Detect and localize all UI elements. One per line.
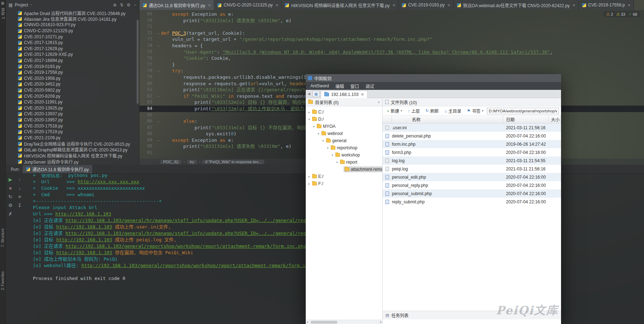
home-directory-button[interactable]: ⌂主目录 [442,107,463,115]
console-link[interactable]: http://192.168.1.103 [56,237,112,242]
task-list-bar[interactable]: ▤ 任务列表 [383,311,561,319]
close-icon[interactable]: × [276,3,279,8]
file-row[interactable]: personal_edit.php2020-07-04 22:16:00 [383,173,561,181]
locate-icon[interactable]: ⊕ [113,3,117,8]
file-row[interactable]: .user.ini2021-03-11 21:56:16 [383,124,561,132]
fold-icon[interactable] [156,74,161,81]
directory-node-label[interactable]: attachment-remark [344,166,382,172]
grid-icon[interactable]: ▦ [0,1,5,5]
line-number[interactable]: 73 [139,36,156,43]
project-file[interactable]: CVE-2017-16894.py [18,58,139,64]
fold-icon[interactable]: ⌄ [156,93,161,100]
close-icon[interactable]: × [628,3,631,8]
line-number[interactable]: 82 [139,93,156,100]
fold-icon[interactable]: ⌄ [156,68,161,74]
down-stack-trace-button[interactable]: ↓ [19,185,21,191]
scroll-left-icon[interactable]: ◂ [306,320,308,324]
directory-node[interactable]: ▸F:/ [306,180,382,187]
project-file[interactable]: GitLab Graphql邮箱信息泄露漏洞 CVE-2020-26413.py [18,147,139,153]
tab-scroll-left-icon[interactable]: ◀ [306,92,311,96]
directory-node[interactable]: ▸E:/ [306,173,382,180]
directory-node[interactable]: ▾reportshop [306,144,382,151]
project-file[interactable]: CVE-2020-13925.py [18,105,139,111]
line-number[interactable]: 89 [139,137,156,144]
fold-icon[interactable] [156,112,161,119]
project-file[interactable]: CVE-2020-17518.py [18,123,139,129]
column-header-size[interactable]: 大小 [549,116,561,123]
project-file[interactable]: HIKVISION 视频编码设备接入网关 任意文件下载.py [18,153,139,159]
directory-node[interactable]: ▾MYOA [306,123,382,130]
column-header-date[interactable]: 日期 [503,116,549,123]
fold-icon[interactable] [156,36,161,43]
line-number[interactable]: 71 [139,24,156,30]
project-panel-title[interactable]: Project [15,3,28,8]
file-row[interactable]: reply_submit.php2020-07-04 22:16:00 [383,198,561,206]
project-file[interactable]: Apache Druid 远程代码执行漏洞 CVE-2021-25646.py [18,10,139,16]
line-number[interactable]: 88 [139,131,156,137]
tool-window-label-favorites[interactable]: 2: Favorites [1,271,5,290]
up-stack-trace-button[interactable]: ↑ [19,177,21,182]
project-file[interactable]: Atlassian Jira 信息泄露漏洞 CVE-2020-14181.py [18,16,139,22]
line-number[interactable]: 69 [139,11,156,18]
directory-node-label[interactable]: C:/ [311,109,325,115]
scroll-to-end-button[interactable]: ↧ [18,203,22,208]
editor-tab[interactable]: 致远OA webmail.do任意文件下载 CNVD-2020-62422.py… [454,0,579,10]
antsword-title-bar[interactable]: 中国蚁剑 [306,74,561,82]
file-row[interactable]: personal_submit.php2020-07-04 22:16:00 [383,189,561,198]
fold-icon[interactable] [156,131,161,137]
editor-tab[interactable]: CVE-2019-17558.p× [579,0,634,10]
project-file[interactable]: CVE-2020-8209.py [18,93,139,99]
fold-icon[interactable] [156,24,161,30]
run-tab[interactable]: 通达OA 11.8 蚁剑命令执行.py [23,165,92,173]
warning-count[interactable]: ⚠33 [616,12,625,16]
file-row[interactable]: log.log2021-03-11 21:54:55 [383,156,561,165]
console-link[interactable]: http://192.168.1.103 [56,224,112,229]
project-file[interactable]: CVE-2020-11991.py [18,99,139,105]
settings-icon[interactable]: ⚙ [127,3,131,8]
expand-icon[interactable]: ▸ [307,175,311,178]
bookmark-button[interactable]: ⚑书签▾ [465,107,486,115]
refresh-button[interactable]: ↻刷新 [423,107,441,115]
menu-AntSword[interactable]: AntSword [307,83,332,88]
line-number[interactable]: 79 [139,74,156,81]
scroll-from-source-icon[interactable]: ⇅ [120,3,123,8]
project-file[interactable]: CNNVD-201610-923.PY.py [18,22,139,28]
line-number[interactable]: 91 [139,150,156,156]
close-icon[interactable]: × [447,3,450,8]
editor-tab[interactable]: CNVD-C-2020-121325.py× [214,0,282,10]
rerun-button[interactable]: ▶ [9,177,12,182]
column-header-name[interactable]: 名称 [392,116,503,123]
directory-node-label[interactable]: webroot [320,131,344,136]
breadcrumb-item[interactable]: if "PeiQi_Wiki" in response.tex... [202,160,264,164]
directory-node[interactable]: ▾workshop [306,151,382,159]
line-number[interactable]: 70 [139,18,156,24]
tool-window-label-structure[interactable]: 7: Structure [1,228,5,247]
directory-node-label[interactable]: workshop [334,152,361,158]
collapse-icon[interactable]: ▾ [321,139,325,142]
directory-node[interactable]: attachment-remark [306,166,382,173]
restart-button[interactable]: ↻ [9,194,13,199]
fold-icon[interactable] [156,125,161,131]
inspections-widget[interactable]: ⚠2⚠33✓68 [603,11,640,17]
project-file[interactable]: CVE-2020-1956.py [18,76,139,82]
line-number[interactable]: 90 [139,143,156,150]
directory-node-label[interactable]: D:/ [311,116,325,122]
file-row[interactable]: personal_reply.php2020-07-04 22:16:00 [383,181,561,189]
fold-icon[interactable] [156,18,161,24]
tab-grid-icon[interactable]: ▦ [313,91,320,97]
editor-tab[interactable]: CVE-2019-0193.py× [399,0,454,10]
clear-console-button[interactable]: ✗ [9,211,13,217]
directory-node-label[interactable]: E:/ [311,174,325,179]
console-link[interactable]: http://192.168.1.103 [56,250,112,255]
project-file[interactable]: CVE-2021-2109.py [18,135,139,141]
line-number[interactable]: 72 [139,30,156,37]
fold-icon[interactable] [156,106,161,112]
line-number[interactable]: 74 [139,43,156,49]
scroll-right-icon[interactable]: ▸ [380,320,382,324]
project-file[interactable]: CVE-2019-17558.py [18,69,139,76]
fold-icon[interactable] [156,81,161,87]
collapse-icon[interactable]: ▾ [330,154,334,157]
directory-node[interactable]: ▾report [306,159,382,166]
menu-窗口[interactable]: 窗口 [347,83,362,89]
project-file[interactable]: CNVD-C-2020-121325.py [18,28,139,34]
